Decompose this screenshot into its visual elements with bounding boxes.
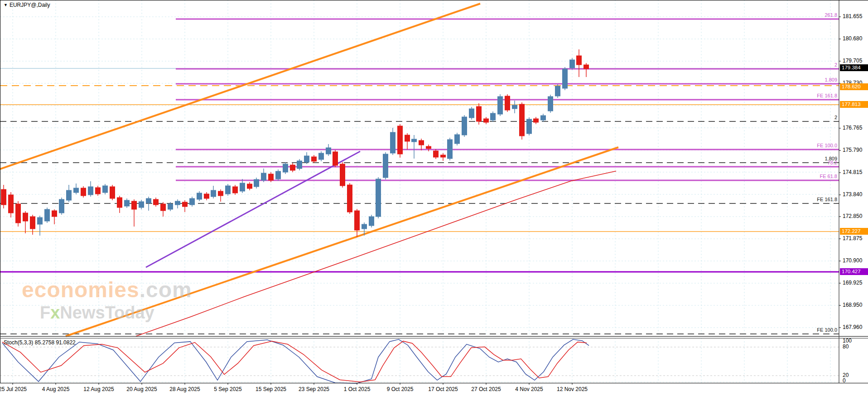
candle-bull[interactable] — [462, 117, 467, 135]
candle-bull[interactable] — [190, 198, 195, 205]
date-axis-label: 27 Oct 2025 — [471, 386, 501, 392]
candle-bull[interactable] — [319, 153, 324, 159]
date-axis-label: 5 Sep 2025 — [214, 386, 241, 392]
candle-bull[interactable] — [59, 199, 64, 213]
candle-bull[interactable] — [570, 60, 575, 68]
candle-bear[interactable] — [340, 164, 345, 186]
candle-bear[interactable] — [312, 157, 317, 161]
candle-bull[interactable] — [125, 200, 130, 206]
fib-level-label: 1.809 — [825, 77, 837, 82]
candle-bull[interactable] — [67, 190, 72, 200]
candle-bull[interactable] — [197, 193, 202, 199]
candle-bull[interactable] — [563, 69, 568, 88]
candle-bull[interactable] — [168, 204, 173, 209]
candle-bear[interactable] — [52, 211, 57, 217]
candle-bull[interactable] — [469, 109, 474, 118]
candle-bear[interactable] — [161, 204, 166, 211]
candle-bear[interactable] — [419, 140, 424, 145]
candle-bull[interactable] — [146, 198, 151, 203]
price-badge-170-427: 170.427 — [840, 268, 868, 275]
candle-bear[interactable] — [233, 187, 238, 193]
candle-bear[interactable] — [534, 119, 539, 122]
chevron-down-icon[interactable]: ▼ — [4, 3, 8, 7]
candle-bear[interactable] — [577, 56, 582, 65]
stochastic-indicator-label: Stoch(5,3,3) 85.2758 91.0822 — [4, 339, 76, 346]
candle-bear[interactable] — [333, 152, 338, 165]
candle-bear[interactable] — [426, 146, 431, 149]
chart-canvas[interactable] — [0, 0, 868, 396]
symbol-timeframe-label[interactable]: ▼EURJPY@,Daily — [4, 2, 50, 8]
candle-bear[interactable] — [398, 126, 403, 154]
candle-bear[interactable] — [247, 184, 252, 188]
candle-bull[interactable] — [175, 201, 180, 205]
candle-bull[interactable] — [139, 202, 144, 208]
candle-bull[interactable] — [88, 187, 93, 195]
candle-bear[interactable] — [9, 195, 14, 213]
candle-bull[interactable] — [548, 97, 553, 111]
candle-bear[interactable] — [81, 188, 86, 196]
date-axis-label: 4 Aug 2025 — [42, 386, 70, 392]
date-axis-label: 25 Jul 2025 — [0, 386, 27, 392]
candle-bear[interactable] — [117, 198, 122, 208]
candle-bear[interactable] — [183, 202, 188, 207]
candle-bull[interactable] — [512, 105, 517, 109]
candle-bull[interactable] — [283, 164, 288, 172]
candle-bear[interactable] — [23, 213, 28, 221]
candle-bear[interactable] — [204, 194, 209, 198]
candle-bull[interactable] — [211, 190, 216, 197]
candle-bear[interactable] — [484, 119, 489, 122]
stochastic-k-line[interactable] — [2, 339, 589, 383]
candle-bull[interactable] — [527, 119, 532, 134]
candle-bear[interactable] — [30, 217, 35, 229]
candle-bull[interactable] — [491, 113, 496, 120]
candle-bear[interactable] — [96, 188, 101, 194]
candle-bull[interactable] — [103, 186, 108, 193]
candle-bull[interactable] — [304, 156, 309, 162]
candle-bear[interactable] — [584, 65, 589, 69]
candle-bull[interactable] — [38, 217, 43, 224]
candle-bull[interactable] — [362, 224, 367, 229]
candle-bull[interactable] — [276, 171, 281, 179]
candle-bull[interactable] — [326, 148, 331, 154]
candle-bear[interactable] — [1, 189, 6, 205]
upper-orange-channel[interactable] — [0, 4, 480, 169]
candle-bear[interactable] — [441, 155, 446, 157]
price-axis-label: 172.850 — [843, 213, 862, 219]
candle-bull[interactable] — [74, 188, 79, 193]
candle-bull[interactable] — [498, 97, 503, 114]
candle-bull[interactable] — [369, 217, 374, 226]
fib-level-label: FE 161.8 — [817, 93, 837, 98]
symbol-text: EURJPY@,Daily — [10, 2, 50, 8]
candle-bear[interactable] — [405, 135, 410, 141]
candle-bull[interactable] — [240, 183, 245, 191]
candle-bull[interactable] — [391, 132, 395, 153]
candle-bear[interactable] — [505, 96, 510, 110]
candle-bear[interactable] — [110, 187, 115, 198]
candle-bear[interactable] — [347, 185, 352, 212]
violet-trendline[interactable] — [146, 151, 360, 267]
candle-bull[interactable] — [541, 116, 546, 120]
candle-bull[interactable] — [261, 173, 266, 180]
candle-bear[interactable] — [132, 201, 137, 209]
candle-bull[interactable] — [297, 161, 302, 169]
date-axis-label: 12 Aug 2025 — [83, 386, 114, 392]
candle-bull[interactable] — [376, 179, 381, 217]
candle-bear[interactable] — [520, 104, 525, 136]
candle-bull[interactable] — [45, 209, 50, 221]
candle-bull[interactable] — [412, 139, 417, 142]
candle-bear[interactable] — [269, 174, 274, 180]
candle-bull[interactable] — [226, 186, 231, 194]
candle-bear[interactable] — [290, 165, 295, 170]
candle-bear[interactable] — [434, 151, 439, 157]
candle-bear[interactable] — [355, 211, 360, 230]
candle-bull[interactable] — [383, 154, 388, 178]
candle-bull[interactable] — [448, 140, 453, 159]
candle-bear[interactable] — [218, 191, 223, 196]
candle-bull[interactable] — [455, 135, 460, 144]
candle-bull[interactable] — [555, 86, 560, 96]
candle-bear[interactable] — [16, 204, 21, 223]
fib-level-label: 2 — [834, 62, 837, 68]
candle-bull[interactable] — [254, 179, 259, 187]
candle-bear[interactable] — [477, 106, 482, 121]
candle-bear[interactable] — [154, 199, 159, 205]
